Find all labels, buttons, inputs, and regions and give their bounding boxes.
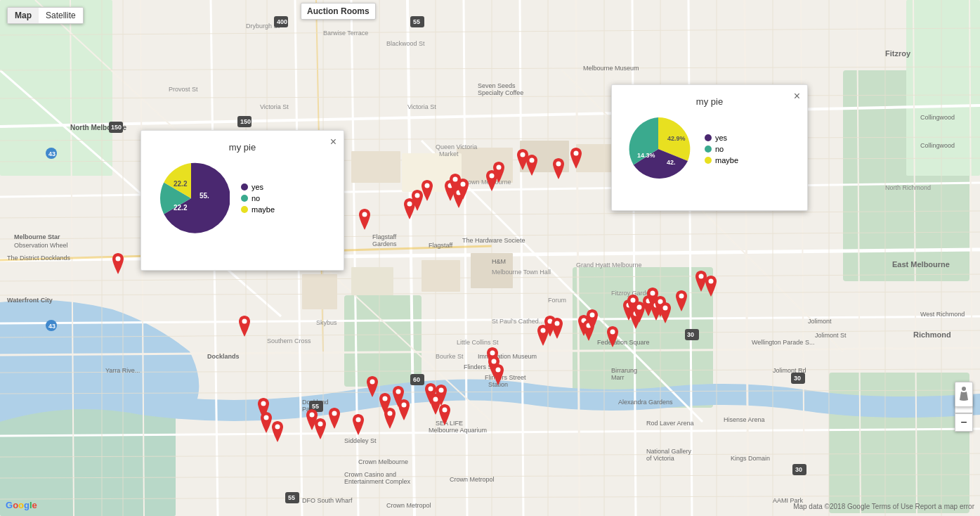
legend-2-item-no: no (705, 145, 738, 153)
svg-text:Little Collins St: Little Collins St (457, 339, 499, 346)
map-pin[interactable] (523, 155, 540, 176)
svg-text:Marr: Marr (611, 374, 625, 381)
svg-text:Specialty Coffee: Specialty Coffee (478, 89, 523, 96)
svg-text:Alexandra Gardens: Alexandra Gardens (618, 399, 673, 406)
svg-text:Forum: Forum (548, 297, 566, 304)
google-logo: Google (6, 500, 37, 510)
map-pin[interactable] (356, 209, 373, 230)
svg-point-175 (261, 401, 266, 406)
svg-point-181 (356, 418, 361, 423)
svg-text:Fitzroy: Fitzroy (885, 49, 911, 58)
map-pin[interactable] (269, 421, 286, 442)
svg-point-198 (461, 182, 466, 187)
svg-text:DFO South Wharf: DFO South Wharf (302, 497, 353, 504)
svg-point-226 (709, 279, 714, 284)
map-pin[interactable] (236, 316, 253, 337)
svg-point-185 (388, 411, 393, 416)
svg-text:Crown Metropol: Crown Metropol (450, 476, 495, 483)
map-pin[interactable] (110, 253, 126, 274)
map-pin[interactable] (604, 326, 621, 347)
svg-text:Southern Cross: Southern Cross (267, 337, 311, 344)
svg-text:Flagstaff: Flagstaff (429, 242, 453, 249)
svg-text:150: 150 (240, 118, 251, 125)
yes-dot (241, 183, 248, 191)
svg-text:Victoria St: Victoria St (407, 103, 436, 110)
map-pin[interactable] (326, 408, 343, 429)
svg-rect-5 (0, 0, 112, 176)
svg-point-190 (425, 183, 430, 188)
svg-text:30: 30 (794, 375, 801, 382)
map-pin[interactable] (549, 318, 566, 339)
street-view-button[interactable] (955, 382, 973, 407)
svg-text:42.: 42. (667, 159, 676, 166)
svg-text:43: 43 (48, 150, 55, 157)
maybe-label-2: maybe (715, 156, 738, 165)
map-pin[interactable] (550, 158, 567, 179)
svg-text:55.: 55. (200, 192, 209, 200)
svg-point-182 (362, 212, 367, 217)
svg-text:55: 55 (413, 18, 420, 25)
map-pin[interactable] (703, 276, 719, 297)
yes-label: yes (251, 183, 263, 191)
svg-text:Market: Market (439, 150, 459, 157)
svg-text:H&M: H&M (492, 258, 506, 265)
svg-text:14.3%: 14.3% (637, 152, 655, 159)
svg-text:Entertainment Complex: Entertainment Complex (344, 478, 411, 485)
map-pin[interactable] (584, 309, 601, 330)
svg-text:Bourke St: Bourke St (436, 353, 464, 360)
svg-text:Crown Metropol: Crown Metropol (386, 502, 431, 509)
zoom-out-button[interactable]: − (955, 413, 973, 432)
svg-text:Observation Wheel: Observation Wheel (14, 242, 68, 249)
popup-1-close-button[interactable]: × (330, 136, 337, 148)
svg-point-186 (396, 389, 401, 394)
svg-text:Melbourne Star: Melbourne Star (14, 233, 60, 240)
svg-text:Collingwood: Collingwood (920, 114, 955, 121)
map-container: Barwise Terrace Dryburgh St Provost St B… (0, 0, 980, 516)
svg-text:of Victoria: of Victoria (646, 455, 674, 462)
svg-text:22.2: 22.2 (174, 204, 188, 212)
yes-dot-2 (705, 134, 712, 141)
map-pin[interactable] (419, 180, 436, 201)
svg-text:30: 30 (795, 466, 802, 473)
svg-text:Yarra Rive...: Yarra Rive... (105, 367, 140, 374)
svg-point-179 (318, 422, 323, 427)
svg-text:The Hardware Societe: The Hardware Societe (462, 237, 525, 244)
no-dot (241, 195, 248, 202)
map-pin[interactable] (490, 364, 507, 385)
map-pin[interactable] (455, 179, 471, 200)
legend-item-maybe: maybe (241, 205, 275, 214)
svg-point-214 (610, 330, 615, 335)
svg-point-224 (679, 294, 684, 299)
svg-text:Richmond: Richmond (913, 330, 951, 339)
svg-text:Wellington Parade S...: Wellington Parade S... (752, 339, 814, 346)
map-pin[interactable] (657, 302, 674, 323)
svg-point-205 (530, 158, 535, 163)
svg-point-201 (492, 359, 497, 364)
map-pin[interactable] (568, 148, 584, 169)
map-button[interactable]: Map (8, 8, 39, 23)
map-pin[interactable] (490, 162, 507, 183)
svg-point-203 (497, 165, 502, 170)
map-pin[interactable] (436, 404, 453, 425)
satellite-button[interactable]: Satellite (39, 8, 83, 23)
svg-text:42.9%: 42.9% (667, 135, 686, 142)
map-pin[interactable] (433, 385, 450, 406)
map-pin[interactable] (673, 290, 690, 311)
svg-text:400: 400 (277, 18, 287, 25)
svg-rect-4 (829, 373, 969, 513)
svg-text:Victoria St: Victoria St (260, 103, 289, 110)
map-pin[interactable] (396, 399, 412, 420)
svg-rect-73 (302, 274, 337, 309)
svg-rect-68 (351, 151, 400, 183)
svg-point-177 (275, 425, 280, 430)
map-type-controls: Map Satellite (7, 7, 84, 24)
no-dot-2 (705, 146, 712, 153)
svg-text:150: 150 (111, 124, 122, 131)
svg-text:Rod Laver Arena: Rod Laver Arena (646, 420, 694, 427)
popup-panel-2: × my pie 42.9% 42. 14.3% yes (611, 84, 808, 211)
popup-2-close-button[interactable]: × (794, 91, 800, 102)
svg-text:East Melbourne: East Melbourne (892, 260, 950, 269)
maybe-dot (241, 206, 248, 213)
svg-point-209 (556, 162, 561, 167)
map-pin[interactable] (350, 414, 367, 435)
